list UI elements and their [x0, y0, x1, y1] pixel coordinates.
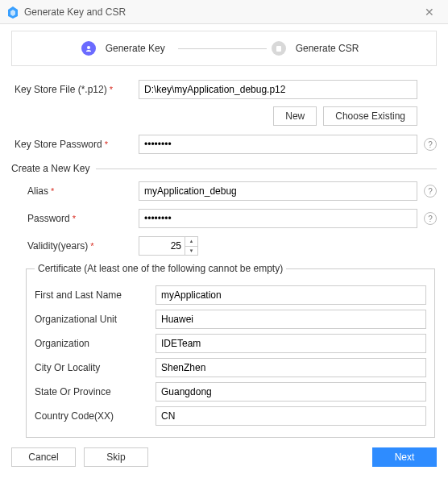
required-mark: * [105, 139, 108, 149]
city-label: City Or Locality [35, 362, 156, 373]
key-password-label: Password* [11, 213, 139, 224]
required-mark: * [73, 214, 76, 223]
required-mark: * [110, 85, 113, 94]
close-button[interactable]: ✕ [417, 1, 442, 23]
first-last-label: First and Last Name [35, 289, 156, 301]
validity-up-button[interactable]: ▲ [185, 237, 197, 247]
certificate-legend: Certificate (At least one of the followi… [35, 263, 286, 274]
step1-indicator [81, 41, 96, 56]
certificate-fieldset: Certificate (At least one of the followi… [26, 263, 435, 438]
org-unit-label: Organizational Unit [35, 314, 156, 325]
titlebar: Generate Key and CSR ✕ [0, 0, 448, 24]
keystore-password-label: Key Store Password* [11, 139, 139, 150]
step-connector [178, 48, 267, 49]
validity-input[interactable] [139, 236, 185, 256]
validity-down-button[interactable]: ▼ [185, 247, 197, 256]
country-label: Country Code(XX) [35, 410, 156, 422]
svg-point-0 [87, 46, 90, 49]
first-last-input[interactable] [156, 285, 426, 305]
org-unit-input[interactable] [156, 310, 426, 329]
step2-indicator [272, 41, 286, 56]
help-icon[interactable]: ? [424, 185, 437, 198]
key-password-input[interactable] [139, 209, 417, 228]
svg-rect-1 [276, 46, 281, 52]
required-mark: * [90, 241, 93, 251]
app-icon [6, 6, 19, 19]
new-button[interactable]: New [273, 106, 317, 126]
cancel-button[interactable]: Cancel [11, 447, 76, 467]
choose-existing-button[interactable]: Choose Existing [323, 106, 417, 126]
validity-label: Validity(years)* [11, 240, 139, 252]
alias-label: Alias* [11, 185, 139, 197]
section-divider [96, 169, 437, 169]
help-icon[interactable]: ? [424, 212, 437, 225]
keystore-password-input[interactable] [139, 135, 417, 154]
city-input[interactable] [156, 358, 426, 377]
org-input[interactable] [156, 334, 426, 353]
help-icon[interactable]: ? [424, 138, 437, 151]
state-label: State Or Province [35, 386, 156, 397]
stepper: Generate Key Generate CSR [11, 31, 437, 66]
step1-label: Generate Key [106, 43, 165, 54]
org-label: Organization [35, 338, 156, 349]
state-input[interactable] [156, 382, 426, 402]
country-input[interactable] [156, 406, 426, 426]
alias-input[interactable] [139, 181, 417, 201]
required-mark: * [51, 186, 54, 196]
window-title: Generate Key and CSR [24, 6, 417, 18]
step2-label: Generate CSR [296, 43, 359, 54]
skip-button[interactable]: Skip [84, 447, 148, 467]
section-create-key-title: Create a New Key [11, 163, 89, 174]
next-button[interactable]: Next [372, 447, 437, 467]
keystore-file-label: Key Store File (*.p12)* [11, 84, 139, 95]
keystore-file-input[interactable] [139, 80, 417, 99]
